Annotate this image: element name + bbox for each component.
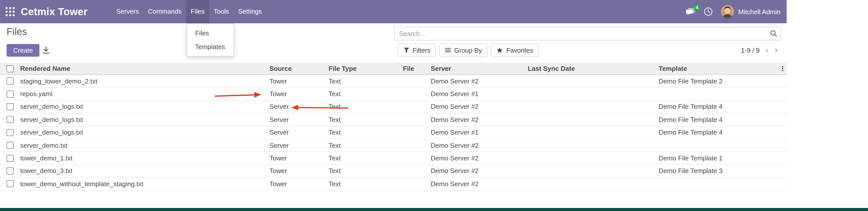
bottom-edge-strip: [0, 208, 868, 211]
pager: 1-9 / 9 ‹ ›: [741, 46, 777, 55]
create-button[interactable]: Create: [7, 44, 39, 57]
activities-button[interactable]: [704, 7, 713, 16]
navbar-right: 4: [685, 0, 780, 23]
row-checkbox[interactable]: [7, 142, 14, 149]
cell-rendered-name: tower_demo_1.txt: [20, 154, 270, 162]
cell-rendered-name: server_demo_logs.txt: [20, 116, 270, 123]
favorites-label: Favorites: [506, 46, 533, 54]
column-file[interactable]: File: [403, 65, 431, 72]
row-checkbox[interactable]: [7, 129, 14, 136]
cell-source: Server: [270, 116, 329, 123]
cell-server: Demo Server #2: [431, 142, 528, 149]
column-source[interactable]: Source: [270, 65, 329, 72]
table-row[interactable]: server_demo_logs.txtServerTextDemo Serve…: [0, 113, 786, 126]
pager-next-button[interactable]: ›: [775, 46, 777, 55]
pager-prev-button[interactable]: ‹: [766, 46, 768, 55]
main-menu: Servers Commands Files Tools Settings: [112, 0, 267, 23]
cell-source: Tower: [270, 90, 329, 98]
cell-file-type: Text: [329, 77, 403, 85]
export-button[interactable]: [41, 46, 51, 55]
cell-server: Demo Server #2: [431, 116, 528, 123]
table-row[interactable]: repos.yamlTowerTextDemo Server #1: [0, 88, 786, 101]
clock-icon: [704, 7, 713, 16]
cell-rendered-name: server_demo_logs.txt: [20, 129, 270, 137]
cell-source: Server: [270, 142, 329, 149]
cell-file-type: Text: [329, 116, 403, 123]
cell-server: Demo Server #2: [431, 167, 528, 175]
table-row[interactable]: server_demo.txtServerTextDemo Server #2: [0, 139, 786, 152]
menu-files[interactable]: Files: [186, 0, 209, 23]
cell-rendered-name: tower_demo_3.txt: [20, 167, 270, 175]
cell-template: Demo File Template 4: [659, 129, 778, 137]
dropdown-item-templates[interactable]: Templates: [187, 40, 234, 54]
cell-server: Demo Server #2: [431, 103, 528, 111]
cell-template: Demo File Template 4: [659, 103, 778, 111]
table-row[interactable]: tower_demo_without_template_staging.txtT…: [0, 178, 786, 190]
messages-badge: 4: [693, 4, 700, 11]
messages-button[interactable]: 4: [685, 7, 695, 16]
row-checkbox[interactable]: [7, 155, 14, 162]
optional-columns-icon[interactable]: ⋮: [779, 65, 786, 72]
cell-server: Demo Server #2: [431, 180, 528, 188]
avatar: [721, 5, 734, 18]
search-input[interactable]: [395, 30, 766, 37]
cell-file-type: Text: [329, 103, 403, 111]
download-icon: [42, 46, 50, 54]
cell-template: Demo File Template 3: [659, 167, 778, 175]
cell-file-type: Text: [329, 154, 403, 162]
funnel-icon: [403, 47, 409, 53]
search-box: [394, 27, 781, 40]
table-body: staging_tower_demo_2.txtTowerTextDemo Se…: [0, 75, 786, 190]
cell-server: Demo Server #2: [431, 77, 528, 85]
table-row[interactable]: server_demo_logs.txtServerTextDemo Serve…: [0, 126, 786, 139]
cell-rendered-name: server_demo_logs.txt: [20, 103, 270, 111]
cell-server: Demo Server #2: [431, 154, 528, 162]
user-menu[interactable]: Mitchell Admin: [721, 5, 780, 18]
search-icon[interactable]: [766, 30, 780, 37]
brand-title: Cetmix Tower: [21, 0, 88, 23]
page-title: Files: [7, 26, 27, 37]
filter-bar: Filters Group By Favorites: [398, 43, 539, 57]
column-server[interactable]: Server: [431, 65, 528, 72]
cell-source: Tower: [270, 180, 329, 188]
cell-rendered-name: staging_tower_demo_2.txt: [20, 77, 270, 85]
bars-icon: [445, 47, 451, 53]
menu-commands[interactable]: Commands: [144, 0, 186, 23]
column-file-type[interactable]: File Type: [329, 65, 403, 72]
column-template[interactable]: Template: [659, 65, 778, 72]
cell-file-type: Text: [329, 167, 403, 175]
favorites-button[interactable]: Favorites: [491, 43, 539, 57]
filters-button[interactable]: Filters: [398, 43, 436, 57]
menu-settings[interactable]: Settings: [234, 0, 267, 23]
row-checkbox[interactable]: [7, 90, 14, 97]
cell-rendered-name: repos.yaml: [20, 90, 270, 98]
cell-file-type: Text: [329, 180, 403, 188]
star-icon: [497, 47, 503, 53]
cell-source: Tower: [270, 154, 329, 162]
table-row[interactable]: tower_demo_3.txtTowerTextDemo Server #2D…: [0, 165, 786, 178]
row-checkbox[interactable]: [7, 78, 14, 85]
row-checkbox[interactable]: [7, 103, 14, 110]
top-navbar: Cetmix Tower Servers Commands Files Tool…: [0, 0, 786, 23]
cell-source: Tower: [270, 77, 329, 85]
row-checkbox[interactable]: [7, 180, 14, 187]
cell-source: Server: [270, 103, 329, 111]
apps-menu-icon[interactable]: [6, 7, 15, 17]
group-by-label: Group By: [454, 46, 482, 54]
table-row[interactable]: server_demo_logs.txtServerTextDemo Serve…: [0, 101, 786, 114]
filters-label: Filters: [412, 46, 430, 54]
cell-template: Demo File Template 1: [659, 154, 778, 162]
menu-servers[interactable]: Servers: [112, 0, 144, 23]
table-row[interactable]: tower_demo_1.txtTowerTextDemo Server #2D…: [0, 152, 786, 165]
group-by-button[interactable]: Group By: [440, 43, 488, 57]
row-checkbox[interactable]: [7, 168, 14, 175]
dropdown-item-files[interactable]: Files: [187, 26, 234, 40]
row-checkbox[interactable]: [7, 116, 14, 123]
user-name: Mitchell Admin: [738, 8, 780, 16]
menu-tools[interactable]: Tools: [209, 0, 234, 23]
column-rendered-name[interactable]: Rendered Name: [20, 65, 270, 72]
column-last-sync-date[interactable]: Last Sync Date: [528, 65, 659, 72]
table-row[interactable]: staging_tower_demo_2.txtTowerTextDemo Se…: [0, 75, 786, 88]
cell-rendered-name: server_demo.txt: [20, 142, 270, 149]
select-all-checkbox[interactable]: [7, 65, 14, 72]
